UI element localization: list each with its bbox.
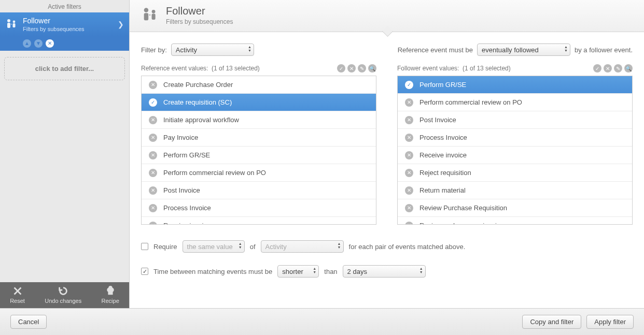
edit-icon[interactable]: ✎ — [358, 64, 366, 72]
require-checkbox[interactable] — [141, 243, 148, 250]
apply-filter-button[interactable]: Apply filter — [586, 315, 634, 329]
filter-by-select[interactable]: Activity ▲▼ — [171, 43, 254, 56]
time-than-label: than — [324, 268, 337, 275]
follower-list-label: Follower event values: (1 of 13 selected… — [397, 65, 511, 72]
move-down-icon[interactable]: ▼ — [34, 39, 43, 48]
sidebar-title: Active filters — [0, 0, 129, 12]
list-item[interactable]: ✕Create Purchase Order — [142, 76, 376, 94]
stepper-icon: ▲▼ — [248, 45, 251, 52]
add-filter-button[interactable]: click to add filter... — [4, 57, 125, 80]
close-icon: ✕ — [405, 98, 413, 107]
list-item-label: Initiate approval workflow — [163, 116, 239, 124]
copy-and-filter-button[interactable]: Copy and filter — [522, 315, 581, 329]
list-item[interactable]: ✕Perform commercial review on PO — [398, 94, 632, 111]
require-row: Require the same value ▲▼ of Activity ▲▼… — [141, 240, 633, 253]
list-item-label: Pay Invoice — [163, 134, 198, 141]
page-subtitle: Filters by subsequences — [166, 18, 233, 25]
list-item[interactable]: ✕Receive invoice — [142, 217, 376, 224]
list-item-label: Perform commercial review on PO — [419, 98, 522, 106]
time-checkbox[interactable] — [141, 268, 148, 275]
filter-by-label: Filter by: — [141, 46, 167, 54]
list-item[interactable]: ✕Reject requisition — [398, 164, 632, 182]
edit-icon[interactable]: ✎ — [614, 64, 622, 72]
list-item[interactable]: ✕Perform commercial review on PO — [142, 164, 376, 182]
svg-rect-7 — [152, 14, 156, 20]
search-icon[interactable]: 🔍 — [624, 64, 633, 72]
list-item-label: Process Invoice — [163, 204, 211, 212]
svg-point-4 — [144, 8, 149, 12]
reference-mode-select[interactable]: eventually followed ▲▼ — [477, 43, 570, 56]
list-item[interactable]: ✕Review Purchase Requisition — [398, 199, 632, 217]
close-icon: ✕ — [149, 204, 157, 212]
list-item-label: Return material — [419, 186, 466, 194]
deselect-all-icon[interactable]: ✕ — [604, 64, 612, 72]
require-attr-select[interactable]: Activity ▲▼ — [261, 240, 344, 253]
list-item[interactable]: ✓Perform GR/SE — [398, 76, 632, 94]
cancel-button[interactable]: Cancel — [10, 315, 47, 329]
reset-button[interactable]: Reset — [10, 285, 25, 304]
svg-rect-5 — [144, 13, 149, 20]
close-icon: ✕ — [149, 169, 157, 177]
svg-point-0 — [7, 19, 10, 22]
chevron-right-icon: ❯ — [118, 20, 124, 28]
time-label: Time between matching events must be — [153, 268, 272, 275]
search-icon[interactable]: 🔍 — [368, 64, 376, 72]
filter-card-subtitle: Filters by subsequences — [23, 26, 85, 32]
stepper-icon: ▲▼ — [338, 242, 341, 249]
close-icon: ✕ — [149, 116, 157, 124]
close-icon: ✕ — [149, 81, 157, 89]
list-item-label: Create requisition (SC) — [163, 98, 232, 106]
remove-filter-icon[interactable]: ✕ — [46, 39, 54, 48]
time-row: Time between matching events must be sho… — [141, 265, 633, 278]
list-item-label: Review Purchase Requisition — [419, 204, 507, 212]
reference-listbox[interactable]: ✕Create Purchase Order✓Create requisitio… — [142, 76, 376, 224]
chef-hat-icon — [105, 285, 116, 297]
list-item-label: Review and approve invoice — [419, 222, 504, 224]
list-item[interactable]: ✕Return material — [398, 182, 632, 199]
list-item[interactable]: ✕Receive invoice — [398, 147, 632, 164]
svg-rect-3 — [13, 23, 16, 27]
close-icon: ✕ — [149, 186, 157, 195]
list-item-label: Receive invoice — [419, 151, 467, 159]
select-all-icon[interactable]: ✓ — [593, 64, 601, 72]
close-icon — [12, 285, 23, 297]
follower-large-icon — [141, 6, 159, 25]
stepper-icon: ▲▼ — [239, 242, 242, 249]
list-item[interactable]: ✕Process Invoice — [142, 199, 376, 217]
undo-button[interactable]: Undo changes — [45, 285, 81, 304]
list-item[interactable]: ✕Perform GR/SE — [142, 147, 376, 164]
select-all-icon[interactable]: ✓ — [337, 64, 345, 72]
close-icon: ✕ — [149, 222, 157, 225]
recipe-button[interactable]: Recipe — [102, 285, 119, 304]
list-item[interactable]: ✓Create requisition (SC) — [142, 94, 376, 111]
list-item[interactable]: ✕Post Invoice — [142, 182, 376, 199]
time-duration-select[interactable]: 2 days ▲▼ — [343, 265, 426, 278]
list-item[interactable]: ✕Post Invoice — [398, 111, 632, 129]
require-of-label: of — [250, 243, 256, 251]
close-icon: ✕ — [149, 134, 157, 142]
list-item-label: Post Invoice — [163, 186, 200, 194]
close-icon: ✕ — [405, 134, 413, 142]
require-value-select[interactable]: the same value ▲▼ — [183, 240, 245, 253]
close-icon: ✕ — [405, 222, 413, 225]
checkmark-icon: ✓ — [149, 98, 157, 107]
active-filter-card[interactable]: Follower Filters by subsequences ❯ — [0, 12, 129, 36]
list-item[interactable]: ✕Initiate approval workflow — [142, 111, 376, 129]
filter-card-title: Follower — [23, 17, 85, 25]
follower-listbox[interactable]: ✓Perform GR/SE✕Perform commercial review… — [398, 76, 632, 224]
move-up-icon[interactable]: ▲ — [23, 39, 31, 48]
list-item-label: Process Invoice — [419, 134, 467, 141]
list-item[interactable]: ✕Pay Invoice — [142, 129, 376, 147]
reference-list-column: Reference event values: (1 of 13 selecte… — [141, 64, 376, 225]
list-item-label: Perform GR/SE — [419, 81, 466, 89]
svg-point-2 — [13, 20, 16, 23]
list-item-label: Perform commercial review on PO — [163, 169, 266, 177]
svg-point-6 — [152, 10, 156, 13]
main-header: Follower Filters by subsequences — [130, 0, 644, 32]
list-item[interactable]: ✕Review and approve invoice — [398, 217, 632, 224]
require-label: Require — [153, 243, 177, 251]
time-comparator-select[interactable]: shorter ▲▼ — [277, 265, 319, 278]
checkmark-icon: ✓ — [405, 81, 413, 89]
list-item[interactable]: ✕Process Invoice — [398, 129, 632, 147]
deselect-all-icon[interactable]: ✕ — [347, 64, 356, 72]
